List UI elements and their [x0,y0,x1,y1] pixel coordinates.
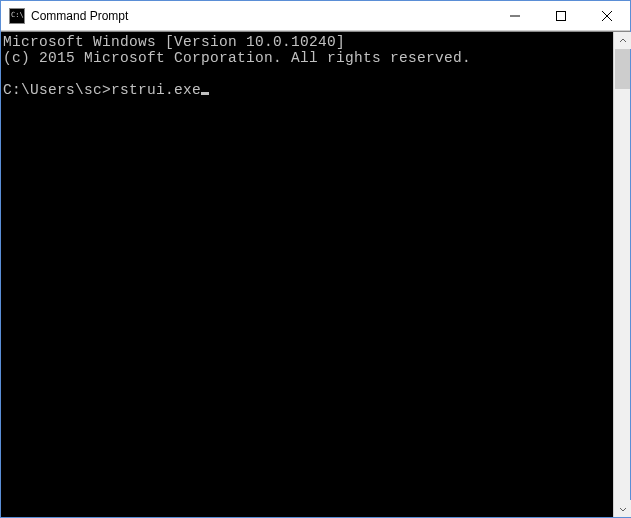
maximize-button[interactable] [538,1,584,30]
command-prompt-window: C:\ Command Prompt Microsoft Windows [Ve… [0,0,631,518]
version-line: Microsoft Windows [Version 10.0.10240] [3,34,613,50]
scrollbar-thumb[interactable] [615,49,630,89]
window-title: Command Prompt [31,9,128,23]
client-area: Microsoft Windows [Version 10.0.10240](c… [1,31,630,517]
chevron-up-icon [619,37,627,45]
cmd-icon-glyph: C:\ [11,12,24,19]
blank-line [3,66,613,82]
cmd-icon: C:\ [9,8,25,24]
copyright-line: (c) 2015 Microsoft Corporation. All righ… [3,50,613,66]
scroll-up-button[interactable] [614,32,631,49]
vertical-scrollbar[interactable] [613,32,630,517]
terminal-output[interactable]: Microsoft Windows [Version 10.0.10240](c… [1,32,613,517]
chevron-down-icon [619,505,627,513]
titlebar[interactable]: C:\ Command Prompt [1,1,630,31]
minimize-icon [510,11,520,21]
prompt-line: C:\Users\sc>rstrui.exe [3,82,613,98]
svg-rect-1 [557,11,566,20]
prompt-text: C:\Users\sc> [3,82,111,98]
cursor [201,92,209,95]
scroll-down-button[interactable] [614,500,631,517]
maximize-icon [556,11,566,21]
close-icon [602,11,612,21]
close-button[interactable] [584,1,630,30]
minimize-button[interactable] [492,1,538,30]
command-text: rstrui.exe [111,82,201,98]
